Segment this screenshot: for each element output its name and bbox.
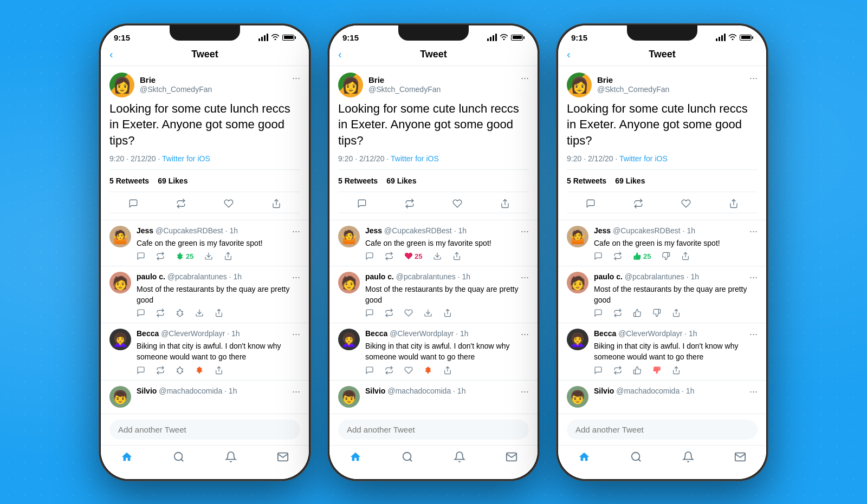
reply-paulo-heart-2[interactable] (404, 309, 413, 317)
reply-becca-heart-2[interactable] (404, 366, 413, 375)
nav-notifications-2[interactable] (454, 451, 465, 466)
reply-becca-more-1[interactable]: ··· (292, 329, 300, 340)
reply-becca-retweet-3[interactable] (613, 366, 622, 375)
more-icon-2[interactable]: ··· (521, 73, 529, 84)
reply-becca-share-1[interactable] (215, 366, 223, 375)
avatar-becca-1[interactable] (109, 329, 131, 350)
reply-jess-thumbup-3[interactable]: 25 (633, 252, 651, 260)
tweet-content-3[interactable]: Brie @Sktch_ComedyFan ··· Looking for so… (558, 66, 766, 414)
reply-jess-upvote-1[interactable]: 25 (176, 252, 193, 260)
add-tweet-input-3[interactable] (567, 420, 758, 440)
reply-paulo-download-1[interactable] (195, 309, 204, 317)
reply-paulo-download-2[interactable] (424, 309, 432, 317)
reply-becca-retweet-2[interactable] (385, 366, 393, 375)
reply-paulo-share-1[interactable] (215, 309, 223, 317)
reply-paulo-retweet-1[interactable] (156, 309, 165, 317)
avatar-paulo-2[interactable] (338, 272, 360, 293)
reply-paulo-upvote-1[interactable] (176, 309, 184, 317)
more-icon-1[interactable]: ··· (292, 73, 300, 84)
reply-jess-more-1[interactable]: ··· (292, 226, 300, 237)
like-action-3[interactable] (681, 199, 691, 208)
reply-jess-download-1[interactable] (204, 252, 213, 260)
avatar-paulo-1[interactable] (109, 272, 131, 293)
nav-home-2[interactable] (350, 451, 361, 466)
add-tweet-input-2[interactable] (338, 420, 529, 440)
reply-action-3[interactable] (586, 199, 596, 208)
reply-jess-more-3[interactable]: ··· (749, 226, 758, 237)
reply-jess-share-3[interactable] (681, 252, 690, 260)
reply-becca-retweet-1[interactable] (156, 366, 165, 375)
avatar-paulo-3[interactable] (567, 272, 588, 293)
reply-becca-comment-3[interactable] (594, 366, 603, 375)
reply-paulo-thumbdown-3[interactable] (652, 309, 661, 317)
nav-search-2[interactable] (402, 451, 413, 466)
reply-jess-share-2[interactable] (452, 252, 461, 260)
reply-jess-retweet-2[interactable] (385, 252, 393, 260)
share-action-3[interactable] (729, 199, 739, 208)
retweet-action-3[interactable] (633, 199, 643, 208)
avatar-silvio-3[interactable] (567, 386, 588, 408)
avatar-silvio-2[interactable] (338, 386, 360, 408)
reply-jess-heart-2[interactable]: 25 (404, 252, 422, 260)
retweet-action-2[interactable] (405, 199, 415, 208)
back-button-2[interactable]: ‹ (338, 48, 342, 61)
nav-mail-2[interactable] (506, 451, 517, 466)
reply-becca-comment-1[interactable] (137, 366, 145, 375)
twitter-for-ios-link-2[interactable]: Twitter for iOS (391, 154, 439, 163)
more-icon-3[interactable]: ··· (749, 73, 758, 84)
reply-jess-comment-1[interactable] (137, 252, 145, 260)
nav-notifications-3[interactable] (682, 451, 694, 466)
reply-jess-download-2[interactable] (433, 252, 442, 260)
reply-becca-down-2[interactable] (424, 366, 432, 375)
reply-paulo-comment-2[interactable] (365, 309, 374, 317)
nav-home-3[interactable] (578, 451, 590, 466)
reply-becca-downvote-1[interactable] (195, 366, 204, 375)
reply-becca-more-2[interactable]: ··· (521, 329, 529, 340)
avatar-jess-1[interactable] (109, 226, 131, 247)
share-action-2[interactable] (500, 199, 510, 208)
reply-becca-more-3[interactable]: ··· (749, 329, 758, 340)
avatar-becca-3[interactable] (567, 329, 588, 350)
add-tweet-input-1[interactable] (109, 420, 300, 440)
reply-becca-thumbdown-active-3[interactable] (652, 366, 661, 375)
reply-paulo-retweet-2[interactable] (385, 309, 393, 317)
back-button-3[interactable]: ‹ (567, 48, 571, 61)
retweet-action-1[interactable] (176, 199, 186, 208)
reply-paulo-thumbup-3[interactable] (633, 309, 642, 317)
reply-paulo-share-2[interactable] (443, 309, 452, 317)
nav-home-1[interactable] (121, 451, 133, 466)
reply-becca-thumbup-3[interactable] (633, 366, 642, 375)
reply-paulo-more-2[interactable]: ··· (521, 272, 529, 283)
reply-jess-thumbdown-3[interactable] (662, 252, 670, 260)
nav-notifications-1[interactable] (225, 451, 237, 466)
avatar-silvio-1[interactable] (109, 386, 131, 408)
reply-jess-share-1[interactable] (224, 252, 232, 260)
reply-paulo-share-3[interactable] (672, 309, 681, 317)
back-button-1[interactable]: ‹ (109, 48, 113, 61)
reply-silvio-more-2[interactable]: ··· (521, 386, 529, 397)
reply-jess-comment-3[interactable] (594, 252, 603, 260)
nav-search-3[interactable] (630, 451, 642, 466)
tweet-content-2[interactable]: Brie @Sktch_ComedyFan ··· Looking for so… (329, 66, 538, 414)
nav-mail-1[interactable] (277, 451, 289, 466)
reply-silvio-more-1[interactable]: ··· (292, 386, 300, 397)
like-action-1[interactable] (224, 199, 234, 208)
avatar-jess-3[interactable] (567, 226, 588, 247)
reply-action-1[interactable] (128, 199, 138, 208)
reply-jess-comment-2[interactable] (365, 252, 374, 260)
reply-paulo-comment-3[interactable] (594, 309, 603, 317)
reply-jess-retweet-1[interactable] (156, 252, 165, 260)
avatar-becca-2[interactable] (338, 329, 360, 350)
reply-jess-retweet-3[interactable] (613, 252, 622, 260)
reply-paulo-comment-1[interactable] (137, 309, 145, 317)
reply-action-2[interactable] (357, 199, 367, 208)
reply-paulo-retweet-3[interactable] (613, 309, 622, 317)
nav-search-1[interactable] (173, 451, 185, 466)
reply-becca-share-3[interactable] (672, 366, 681, 375)
nav-mail-3[interactable] (734, 451, 746, 466)
tweet-content-1[interactable]: Brie @Sktch_ComedyFan ··· Looking for so… (101, 66, 309, 414)
reply-paulo-more-3[interactable]: ··· (749, 272, 758, 283)
reply-jess-more-2[interactable]: ··· (521, 226, 529, 237)
avatar-brie-2[interactable] (338, 73, 363, 97)
reply-paulo-more-1[interactable]: ··· (292, 272, 300, 283)
